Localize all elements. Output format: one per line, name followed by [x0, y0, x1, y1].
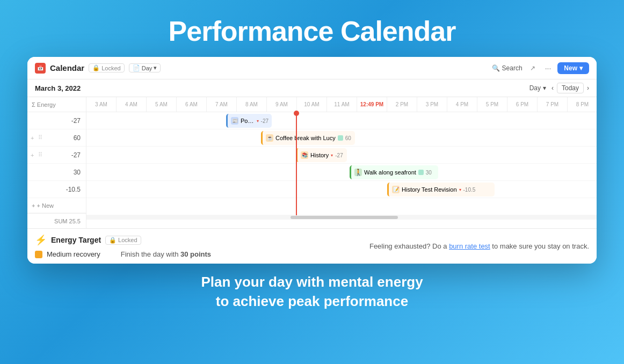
- revision-icon: 📝: [392, 186, 400, 193]
- chevron-down-icon: ▾: [154, 64, 157, 71]
- coffee-name: Coffee break with Lucy: [275, 135, 336, 141]
- app-name: Calendar: [50, 63, 84, 72]
- drag-handle-2[interactable]: ⠿: [38, 134, 42, 141]
- new-label: New: [564, 64, 577, 72]
- timeline-container: Σ Energy -27 + ⠿ 60 + ⠿ -27 30 -10.5: [27, 97, 597, 228]
- nav-arrows: ‹ Today ›: [552, 83, 589, 93]
- history-name: History: [310, 152, 329, 158]
- time-cell-9am: 9 AM: [267, 97, 297, 112]
- time-cell-6am: 6 AM: [177, 97, 207, 112]
- time-row-6: [86, 198, 597, 215]
- time-cell-12pm: 12:49 PM: [357, 97, 387, 112]
- lock-icon: 🔒: [92, 64, 100, 71]
- view-label: Day: [142, 65, 153, 71]
- plus-icon: +: [32, 202, 35, 209]
- time-row-1: [86, 112, 597, 129]
- day-view-label: Day: [529, 84, 541, 92]
- add-row-button-3[interactable]: +: [31, 152, 34, 158]
- header-bar: 📅 Calendar 🔒 Locked 📄 Day ▾ 🔍 Search ↗ ·…: [27, 57, 597, 79]
- time-cell-4am: 4 AM: [117, 97, 147, 112]
- time-cell-7am: 7 AM: [207, 97, 237, 112]
- energy-lightning-icon: ⚡: [35, 234, 47, 246]
- politics-name: Politics: [241, 118, 255, 124]
- politics-icon: 📰: [231, 117, 238, 125]
- view-badge[interactable]: 📄 Day ▾: [129, 63, 161, 72]
- time-cell-4pm: 4 PM: [447, 97, 477, 112]
- drag-handle-3[interactable]: ⠿: [38, 151, 42, 158]
- new-row-button[interactable]: + + New: [27, 198, 86, 213]
- expand-button[interactable]: ↗: [527, 62, 539, 74]
- coffee-energy-icon: [338, 135, 343, 141]
- energy-header: Σ Energy: [27, 97, 86, 112]
- event-history[interactable]: 📚 History ▾ -27: [296, 148, 347, 162]
- burn-rate-link[interactable]: burn rate test: [449, 242, 490, 250]
- search-button[interactable]: 🔍 Search: [492, 64, 523, 72]
- time-cell-11am: 11 AM: [327, 97, 357, 112]
- time-cell-3am: 3 AM: [86, 97, 117, 112]
- energy-row-1: -27: [27, 112, 86, 129]
- time-cell-2pm: 2 PM: [387, 97, 417, 112]
- energy-row-3: + ⠿ -27: [27, 147, 86, 164]
- date-nav: March 3, 2022 Day ▾ ‹ Today ›: [27, 79, 597, 97]
- chevron-down-icon: ▾: [579, 64, 583, 72]
- energy-header-label: Energy: [37, 101, 56, 108]
- time-cell-6pm: 6 PM: [507, 97, 538, 112]
- prev-arrow-icon[interactable]: ‹: [552, 84, 554, 92]
- more-button[interactable]: ···: [543, 64, 554, 72]
- next-arrow-icon[interactable]: ›: [587, 84, 589, 92]
- history-energy: -27: [335, 152, 343, 158]
- revision-name: History Test Revision: [402, 186, 457, 193]
- energy-value-3: -27: [71, 151, 81, 159]
- view-toggle[interactable]: Day ▾: [529, 84, 546, 92]
- politics-energy: -27: [261, 118, 269, 124]
- energy-footer: SUM 25.5: [27, 213, 86, 228]
- energy-value-4: 30: [74, 169, 81, 176]
- medium-badge: [35, 251, 42, 258]
- coffee-energy: 60: [345, 135, 351, 141]
- event-coffee-break[interactable]: ☕ Coffee break with Lucy 60: [261, 131, 355, 145]
- history-icon: 📚: [301, 151, 308, 159]
- new-button[interactable]: New ▾: [557, 62, 589, 74]
- lock-badge: 🔒 Locked: [89, 63, 124, 72]
- target-lock-icon: 🔒: [109, 237, 117, 244]
- current-time-indicator: [296, 112, 297, 215]
- feeling-text: Feeling exhausted? Do a burn rate test t…: [369, 242, 589, 250]
- time-cell-8pm: 8 PM: [568, 97, 597, 112]
- time-row-4: [86, 164, 597, 181]
- day-view-icon: 📄: [133, 64, 140, 71]
- event-history-revision[interactable]: 📝 History Test Revision ▾ -10.5: [387, 183, 495, 196]
- search-icon: 🔍: [492, 64, 500, 72]
- finish-text: Finish the day with 30 points: [121, 250, 211, 258]
- politics-arrow-icon: ▾: [257, 119, 259, 123]
- revision-arrow-icon: ▾: [459, 187, 461, 192]
- time-grid: 3 AM 4 AM 5 AM 6 AM 7 AM 8 AM 9 AM 10 AM…: [86, 97, 597, 228]
- time-body: 📰 Politics ▾ -27 ☕ Coffee break with Luc…: [86, 112, 597, 215]
- energy-value-2: 60: [74, 134, 81, 142]
- time-cell-5am: 5 AM: [147, 97, 177, 112]
- history-arrow-icon: ▾: [331, 153, 333, 158]
- scrollbar-thumb[interactable]: [291, 216, 398, 219]
- energy-value-1: -27: [71, 117, 81, 125]
- today-button[interactable]: Today: [557, 83, 584, 93]
- page-subtitle: Plan your day with mental energy to achi…: [201, 272, 423, 311]
- time-header: 3 AM 4 AM 5 AM 6 AM 7 AM 8 AM 9 AM 10 AM…: [86, 97, 597, 112]
- time-cell-8am: 8 AM: [237, 97, 267, 112]
- medium-recovery-label: Medium recovery: [47, 250, 100, 258]
- event-walk-seafront[interactable]: 🚶 Walk along seafront 30: [350, 165, 438, 179]
- sum-label: SUM 25.5: [54, 218, 81, 224]
- event-politics[interactable]: 📰 Politics ▾ -27: [226, 114, 272, 128]
- energy-sidebar: Σ Energy -27 + ⠿ 60 + ⠿ -27 30 -10.5: [27, 97, 86, 228]
- energy-target-section: ⚡ Energy Target 🔒 Locked Medium recovery…: [27, 228, 597, 264]
- search-label: Search: [502, 64, 523, 72]
- energy-value-5: -10.5: [66, 186, 81, 193]
- energy-target-lock: 🔒 Locked: [105, 236, 141, 245]
- time-cell-10am: 10 AM: [297, 97, 327, 112]
- calendar-app-icon: 📅: [35, 63, 46, 74]
- time-cell-3pm: 3 PM: [417, 97, 447, 112]
- walk-icon: 🚶: [354, 169, 362, 176]
- new-row-label: + New: [37, 202, 54, 209]
- time-cell-7pm: 7 PM: [538, 97, 568, 112]
- add-row-button-2[interactable]: +: [31, 135, 34, 141]
- page-title: Performance Calendar: [169, 15, 456, 47]
- scrollbar-area[interactable]: [86, 215, 597, 220]
